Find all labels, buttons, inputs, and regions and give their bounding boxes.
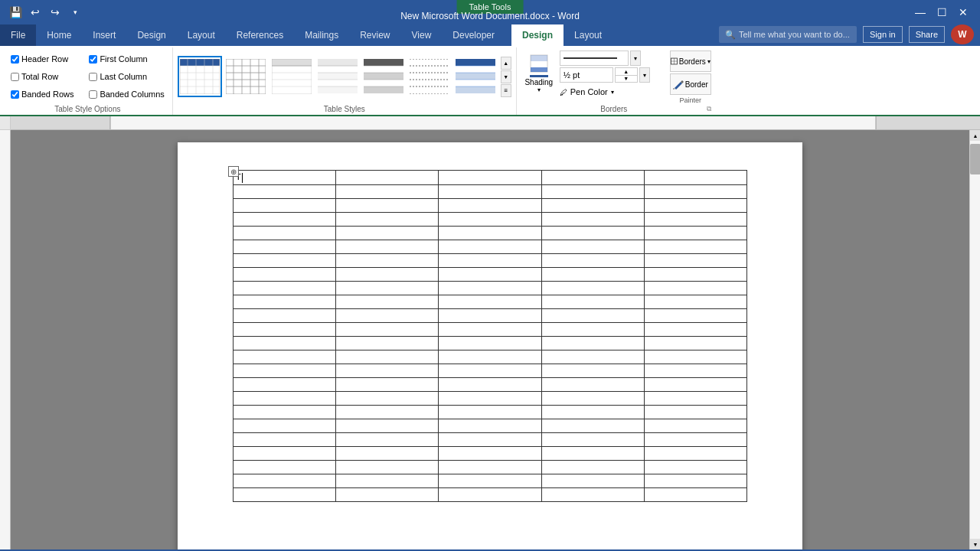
tab-layout-table[interactable]: Layout (564, 24, 612, 46)
border-style-dropdown[interactable]: ▾ (630, 51, 641, 66)
close-button[interactable]: ✕ (952, 2, 974, 23)
svg-rect-47 (456, 59, 495, 66)
borders-group-label: Borders (521, 104, 707, 113)
svg-rect-55 (531, 55, 547, 61)
table-style-1[interactable] (178, 56, 222, 97)
svg-rect-27 (318, 73, 358, 80)
tab-layout-doc[interactable]: Layout (177, 24, 226, 46)
border-style-selector[interactable] (560, 51, 629, 66)
qat-dropdown-button[interactable]: ▾ (66, 3, 84, 21)
scroll-track (970, 141, 980, 539)
shading-button[interactable]: Shading ▾ (521, 51, 557, 96)
table-cell[interactable]: T (234, 171, 336, 185)
save-button[interactable]: 💾 (6, 3, 24, 21)
minimize-button[interactable]: — (910, 2, 931, 23)
redo-button[interactable]: ↪ (46, 3, 64, 21)
signin-button[interactable]: Sign in (863, 26, 903, 43)
tab-view[interactable]: View (401, 24, 443, 46)
banded-columns-checkbox[interactable] (89, 90, 97, 99)
first-column-checkbox[interactable] (89, 55, 97, 64)
tab-file[interactable]: File (0, 24, 36, 46)
tab-review[interactable]: Review (349, 24, 400, 46)
table-cell[interactable] (439, 171, 541, 185)
table-style-3[interactable] (270, 56, 314, 97)
banded-rows-checkbox[interactable] (11, 90, 19, 99)
ruler-horizontal (11, 116, 980, 130)
table-style-4[interactable] (315, 56, 360, 97)
borders-group: Shading ▾ ▾ ½ pt ▲ ▼ (517, 47, 716, 115)
page: ⊕ T (178, 142, 802, 549)
svg-rect-26 (318, 59, 358, 66)
table-cell[interactable] (336, 171, 439, 185)
border-weight-spinner[interactable]: ▲ ▼ (615, 67, 638, 83)
tab-mailings[interactable]: Mailings (294, 24, 349, 46)
scroll-down-button[interactable]: ▼ (970, 539, 980, 549)
svg-rect-20 (272, 59, 312, 66)
table-styles-group: ▲ ▼ ≡ Table Styles (173, 47, 517, 115)
doc-table: T (233, 170, 747, 502)
pen-color-selector[interactable]: 🖊 Pen Color ▾ (560, 84, 667, 99)
table-style-5[interactable] (361, 56, 406, 97)
table-style-2[interactable] (224, 56, 268, 97)
table-cell[interactable] (541, 171, 644, 185)
svg-rect-10 (226, 59, 266, 94)
banded-columns-checkbox-label[interactable]: Banded Columns (89, 86, 164, 103)
svg-rect-34 (364, 73, 403, 80)
avatar: W (951, 24, 974, 44)
border-painter-button[interactable]: Border (670, 73, 711, 95)
tab-design-doc[interactable]: Design (126, 24, 176, 46)
tab-references[interactable]: References (226, 24, 294, 46)
svg-rect-40 (410, 59, 449, 66)
svg-rect-56 (531, 67, 547, 72)
first-column-checkbox-label[interactable]: First Column (89, 51, 164, 67)
ruler-vertical (0, 130, 11, 549)
undo-button[interactable]: ↩ (26, 3, 44, 21)
ruler-corner (0, 116, 11, 130)
gallery-scroll-up[interactable]: ▲ (501, 57, 511, 70)
borders-button[interactable]: Borders ▾ (670, 51, 711, 72)
svg-rect-49 (456, 86, 495, 93)
borders-expand[interactable]: ⧉ (707, 105, 711, 113)
banded-rows-checkbox-label[interactable]: Banded Rows (11, 86, 86, 103)
border-weight-input[interactable]: ½ pt (560, 67, 613, 83)
table-cell[interactable] (644, 171, 746, 185)
search-box[interactable]: 🔍 Tell me what you want to do... (719, 26, 857, 43)
total-row-checkbox[interactable] (11, 73, 19, 81)
table-style-6[interactable] (407, 56, 452, 97)
gallery-scroll-down[interactable]: ▼ (501, 70, 511, 83)
scroll-thumb[interactable] (970, 144, 980, 174)
share-button[interactable]: Share (909, 26, 945, 43)
svg-rect-28 (318, 86, 358, 93)
text-cursor (242, 173, 243, 183)
svg-rect-61 (11, 116, 110, 130)
svg-rect-0 (180, 59, 220, 66)
border-weight-dropdown[interactable]: ▾ (639, 67, 650, 83)
tab-home[interactable]: Home (36, 24, 82, 46)
svg-rect-33 (364, 59, 403, 66)
tab-design-table[interactable]: Design (511, 24, 564, 46)
table-style-options-group: Header Row First Column Total Row Last C… (3, 47, 173, 115)
table-styles-label: Table Styles (178, 103, 511, 113)
last-column-checkbox[interactable] (89, 73, 97, 81)
vertical-scrollbar[interactable]: ▲ ▼ (969, 130, 980, 549)
table-move-handle[interactable]: ⊕ (228, 166, 239, 177)
header-row-checkbox-label[interactable]: Header Row (11, 51, 86, 67)
total-row-checkbox-label[interactable]: Total Row (11, 68, 86, 85)
svg-rect-48 (456, 73, 495, 80)
gallery-more[interactable]: ≡ (501, 84, 511, 97)
table-style-options-label: Table Style Options (11, 103, 165, 113)
border-painter-label: Painter (670, 96, 711, 104)
header-row-checkbox[interactable] (11, 55, 19, 64)
svg-rect-35 (364, 86, 403, 93)
tab-developer[interactable]: Developer (442, 24, 505, 46)
tab-insert[interactable]: Insert (82, 24, 126, 46)
svg-rect-60 (11, 116, 980, 130)
table-style-7[interactable] (453, 56, 498, 97)
scroll-up-button[interactable]: ▲ (970, 130, 980, 141)
maximize-button[interactable]: ☐ (931, 2, 952, 23)
search-icon: 🔍 (725, 30, 736, 40)
last-column-checkbox-label[interactable]: Last Column (89, 68, 164, 85)
quick-access-toolbar: 💾 ↩ ↪ ▾ (6, 3, 84, 21)
table-cell[interactable] (234, 185, 336, 199)
window-title: New Microsoft Word Document.docx - Word (400, 11, 580, 21)
